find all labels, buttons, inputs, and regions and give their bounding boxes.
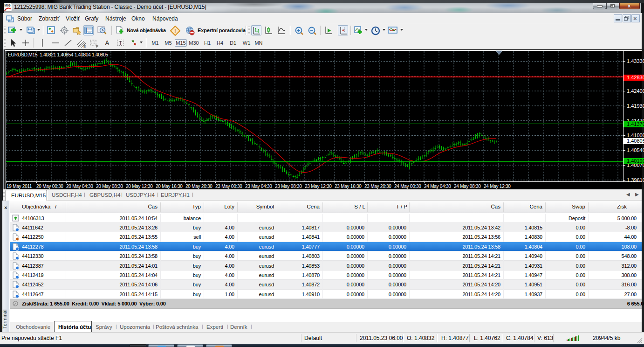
svg-text:23 May 00:30: 23 May 00:30 — [215, 184, 242, 189]
svg-text:23 May 08:30: 23 May 08:30 — [275, 184, 302, 189]
svg-text:1.39610: 1.39610 — [627, 177, 644, 183]
svg-text:1.40190: 1.40190 — [627, 158, 644, 164]
svg-text:19 May 2011: 19 May 2011 — [7, 184, 32, 189]
svg-text:24 May 12:30: 24 May 12:30 — [484, 184, 511, 189]
svg-text:20 May 08:30: 20 May 08:30 — [96, 184, 123, 189]
svg-text:1.40805: 1.40805 — [627, 138, 644, 144]
svg-text:20 May 00:30: 20 May 00:30 — [36, 184, 63, 189]
svg-text:1.43330: 1.43330 — [627, 58, 644, 64]
svg-text:1.41930: 1.41930 — [627, 103, 644, 109]
svg-text:24 May 04:30: 24 May 04:30 — [424, 184, 451, 189]
svg-text:EURUSD,M15 1.40821 1.40854 1.: EURUSD,M15 1.40821 1.40854 1.40804 1.408… — [8, 52, 108, 57]
svg-text:24 May 08:30: 24 May 08:30 — [454, 184, 481, 189]
svg-text:20 May 04:30: 20 May 04:30 — [66, 184, 93, 189]
svg-text:23 May 04:30: 23 May 04:30 — [245, 184, 272, 189]
svg-text:23 May 12:30: 23 May 12:30 — [305, 184, 332, 189]
svg-text:20 May 20:30: 20 May 20:30 — [185, 184, 212, 189]
svg-text:1.41000: 1.41000 — [627, 132, 644, 138]
svg-text:23 May 16:30: 23 May 16:30 — [335, 184, 362, 189]
svg-text:1.42830: 1.42830 — [627, 75, 644, 80]
svg-text:1.41370: 1.41370 — [627, 121, 644, 127]
svg-text:24 May 00:30: 24 May 00:30 — [394, 184, 421, 189]
svg-text:23 May 20:30: 23 May 20:30 — [364, 184, 391, 189]
svg-text:20 May 16:30: 20 May 16:30 — [156, 184, 183, 189]
svg-text:20 May 12:30: 20 May 12:30 — [126, 184, 153, 189]
svg-text:1.42400: 1.42400 — [627, 88, 644, 94]
svg-text:1.40540: 1.40540 — [627, 147, 644, 153]
